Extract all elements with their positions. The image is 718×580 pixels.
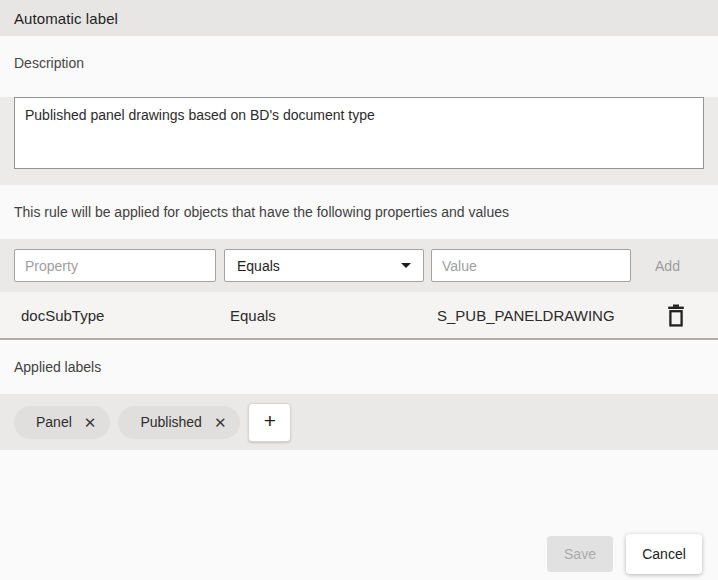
applied-labels-chips: Panel ✕ Published ✕ +	[0, 394, 718, 450]
dialog-header: Automatic label	[0, 0, 718, 36]
trash-icon	[667, 304, 685, 327]
condition-value-cell: S_PUB_PANELDRAWING	[437, 307, 664, 324]
label-chip-panel: Panel ✕	[14, 406, 110, 439]
applied-labels-row: Applied labels	[0, 340, 718, 394]
delete-condition-button[interactable]	[664, 302, 688, 328]
cancel-button[interactable]: Cancel	[626, 534, 702, 574]
label-chip-published: Published ✕	[118, 406, 240, 439]
add-condition-button[interactable]: Add	[631, 258, 704, 274]
condition-operator-cell: Equals	[230, 307, 437, 324]
description-label: Description	[14, 55, 84, 71]
close-icon[interactable]: ✕	[214, 415, 227, 430]
condition-table-row: docSubType Equals S_PUB_PANELDRAWING	[0, 292, 718, 340]
property-input[interactable]	[14, 249, 216, 282]
close-icon[interactable]: ✕	[84, 415, 97, 430]
description-label-row: Description	[0, 36, 718, 90]
condition-property-cell: docSubType	[0, 307, 230, 324]
add-label-button[interactable]: +	[248, 403, 291, 442]
plus-icon: +	[264, 409, 276, 433]
applied-labels-label: Applied labels	[14, 359, 101, 375]
chip-label: Published	[140, 414, 202, 430]
rule-sentence: This rule will be applied for objects th…	[14, 204, 509, 220]
dialog-title: Automatic label	[14, 10, 118, 27]
description-section: Published panel drawings based on BD's d…	[0, 97, 718, 185]
automatic-label-dialog: Automatic label Description Published pa…	[0, 0, 718, 580]
operator-select[interactable]: Equals	[224, 249, 424, 282]
description-textarea[interactable]: Published panel drawings based on BD's d…	[14, 97, 704, 169]
value-input[interactable]	[431, 249, 631, 282]
operator-selected-value: Equals	[237, 258, 280, 274]
caret-down-icon	[401, 263, 411, 268]
dialog-footer: Save Cancel	[0, 450, 718, 580]
save-button[interactable]: Save	[547, 536, 613, 572]
chip-label: Panel	[36, 414, 72, 430]
condition-form-row: Equals Add	[0, 239, 718, 292]
rule-sentence-row: This rule will be applied for objects th…	[0, 185, 718, 239]
